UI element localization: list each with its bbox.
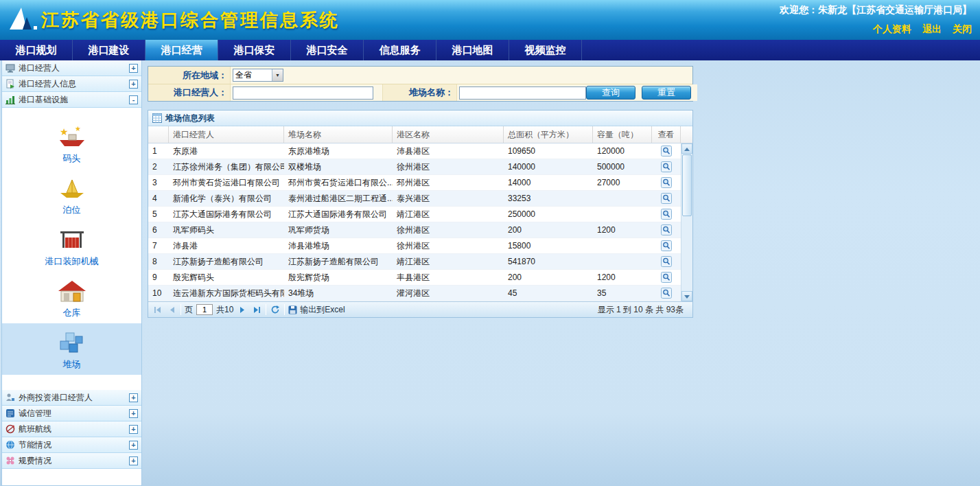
- scrollbar-thumb[interactable]: [682, 154, 692, 216]
- region-select[interactable]: 全省 ▼: [233, 69, 283, 82]
- content-area: 港口经营人 + 港口经营人信息 + 港口基础设施 -: [0, 60, 980, 486]
- collapse-toggle[interactable]: -: [129, 95, 138, 104]
- next-page-icon[interactable]: [237, 304, 248, 315]
- nav-tab[interactable]: 港口地图: [436, 40, 509, 60]
- cell-view: [652, 191, 681, 206]
- page-title: 江苏省省级港口综合管理信息系统: [41, 8, 340, 32]
- facility-item-machinery[interactable]: 港口装卸机械: [2, 220, 141, 272]
- nav-tab[interactable]: 港口经营: [145, 40, 218, 60]
- cell-operator: 巩军师码头: [169, 222, 284, 238]
- header-operator: 港口经营人: [169, 126, 284, 143]
- scroll-down-icon[interactable]: [681, 291, 692, 301]
- cell-capacity: 120000: [593, 143, 652, 159]
- export-excel-button[interactable]: 输出到Excel: [288, 304, 345, 316]
- cell-area: 15800: [504, 238, 593, 253]
- table-row[interactable]: 1 东原港 东原港堆场 沛县港区 109650 120000: [148, 143, 681, 159]
- cell-operator: 殷宪辉码头: [169, 270, 284, 285]
- crane-icon: [56, 226, 88, 253]
- table-header: 港口经营人 堆场名称 港区名称 总面积（平方米） 容量（吨） 查看: [148, 126, 692, 143]
- profile-link[interactable]: 个人资料: [873, 23, 911, 36]
- expand-toggle[interactable]: +: [129, 409, 138, 418]
- last-page-icon[interactable]: [251, 304, 262, 315]
- close-link[interactable]: 关闭: [953, 23, 972, 36]
- pager-separator: [180, 304, 181, 315]
- nav-tab[interactable]: 信息服务: [364, 40, 436, 60]
- nav-tab[interactable]: 港口规划: [0, 40, 73, 60]
- expand-toggle[interactable]: +: [129, 441, 138, 450]
- sidebar-group-fees[interactable]: 规费情况 +: [2, 453, 141, 469]
- cell-capacity: 1200: [593, 222, 652, 238]
- cell-district: 丰县港区: [393, 270, 504, 285]
- sidebar-filler: [2, 469, 141, 485]
- table-row[interactable]: 2 江苏徐州港务（集团）有限公司 双楼堆场 徐州港区 140000 500000: [148, 159, 681, 175]
- table-row[interactable]: 7 沛县港 沛县港堆场 徐州港区 15800: [148, 238, 681, 254]
- table-scrollbar[interactable]: [681, 143, 692, 301]
- cell-yard: 殷宪辉货场: [284, 270, 393, 285]
- view-detail-icon[interactable]: [661, 240, 672, 251]
- cell-view: [652, 159, 681, 174]
- sidebar-group-operator-info[interactable]: 港口经营人信息 +: [2, 76, 141, 92]
- expand-toggle[interactable]: +: [129, 393, 138, 402]
- expand-toggle[interactable]: +: [129, 456, 138, 465]
- facility-item-yard[interactable]: 堆场: [2, 323, 141, 375]
- nav-tab[interactable]: 港口安全: [291, 40, 364, 60]
- header-area: 总面积（平方米）: [504, 126, 593, 143]
- query-button[interactable]: 查询: [586, 86, 635, 100]
- cell-view: [652, 254, 681, 269]
- table-row[interactable]: 3 邳州市黄石货运港口有限公司 邳州市黄石货运港口有限公... 邳州港区 140…: [148, 175, 681, 191]
- view-detail-icon[interactable]: [661, 177, 672, 188]
- yard-field: 查询 重置: [457, 84, 697, 101]
- facility-item-wharf[interactable]: ★ ★ 码头: [2, 117, 141, 169]
- svg-text:★: ★: [60, 126, 69, 137]
- first-page-icon[interactable]: [152, 304, 163, 315]
- cell-operator: 沛县港: [169, 238, 284, 253]
- welcome-text: 欢迎您：朱新龙【江苏省交通运输厅港口局】: [780, 4, 972, 16]
- table-row[interactable]: 10 连云港新东方国际货柜码头有限... 34堆场 灌河港区 45 35: [148, 286, 681, 301]
- view-detail-icon[interactable]: [661, 193, 672, 204]
- view-detail-icon[interactable]: [661, 272, 672, 283]
- refresh-icon[interactable]: [270, 304, 281, 315]
- sidebar-group-foreign-investor[interactable]: 外商投资港口经营人 +: [2, 390, 141, 406]
- pager-separator: [266, 304, 266, 315]
- view-detail-icon[interactable]: [661, 146, 672, 157]
- header-scrollbar-spacer: [681, 126, 692, 143]
- page-number-input[interactable]: [196, 304, 213, 315]
- scroll-up-icon[interactable]: [681, 143, 692, 154]
- nav-tab[interactable]: 港口建设: [73, 40, 145, 60]
- view-detail-icon[interactable]: [661, 161, 672, 172]
- sidebar-group-infrastructure[interactable]: 港口基础设施 -: [2, 92, 141, 108]
- cell-row-number: 7: [148, 238, 169, 253]
- cell-capacity: 27000: [593, 175, 652, 190]
- sidebar-group-port-operator[interactable]: 港口经营人 +: [2, 60, 141, 76]
- facility-item-warehouse[interactable]: 仓库: [2, 272, 141, 323]
- expand-toggle[interactable]: +: [129, 64, 138, 73]
- wharf-icon: ★ ★: [56, 123, 88, 150]
- sidebar-group-energy[interactable]: 节能情况 +: [2, 437, 141, 453]
- reset-button[interactable]: 重置: [642, 86, 691, 100]
- table-row[interactable]: 5 江苏大通国际港务有限公司 江苏大通国际港务有限公司 靖江港区 250000: [148, 207, 681, 222]
- nav-tab[interactable]: 视频监控: [509, 40, 582, 60]
- view-detail-icon[interactable]: [661, 288, 672, 299]
- operator-input[interactable]: [233, 86, 373, 100]
- cell-district: 徐州港区: [393, 238, 504, 253]
- view-detail-icon[interactable]: [661, 224, 672, 235]
- nav-tab[interactable]: 港口保安: [218, 40, 291, 60]
- logout-link[interactable]: 退出: [922, 23, 942, 36]
- view-detail-icon[interactable]: [661, 256, 672, 267]
- expand-toggle[interactable]: +: [129, 80, 138, 89]
- table-row[interactable]: 9 殷宪辉码头 殷宪辉货场 丰县港区 200 1200: [148, 270, 681, 286]
- operator-info-icon: [5, 79, 15, 89]
- prev-page-icon[interactable]: [166, 304, 177, 315]
- search-buttons: 查询 重置: [586, 86, 691, 100]
- sidebar-group-integrity[interactable]: 诚信管理 +: [2, 406, 141, 421]
- yard-name-input[interactable]: [459, 86, 586, 100]
- table-row[interactable]: 4 新浦化学（泰兴）有限公司 泰州港过船港区二期工程通... 泰兴港区 3325…: [148, 191, 681, 207]
- cell-row-number: 6: [148, 222, 169, 238]
- cell-operator: 邳州市黄石货运港口有限公司: [169, 175, 284, 190]
- view-detail-icon[interactable]: [661, 209, 672, 220]
- facility-item-berth[interactable]: 泊位: [2, 169, 141, 220]
- sidebar-group-routes[interactable]: 航班航线 +: [2, 421, 141, 437]
- table-row[interactable]: 6 巩军师码头 巩军师货场 徐州港区 200 1200: [148, 222, 681, 238]
- expand-toggle[interactable]: +: [129, 425, 138, 434]
- table-row[interactable]: 8 江苏新扬子造船有限公司 江苏新扬子造船有限公司 靖江港区 541870: [148, 254, 681, 270]
